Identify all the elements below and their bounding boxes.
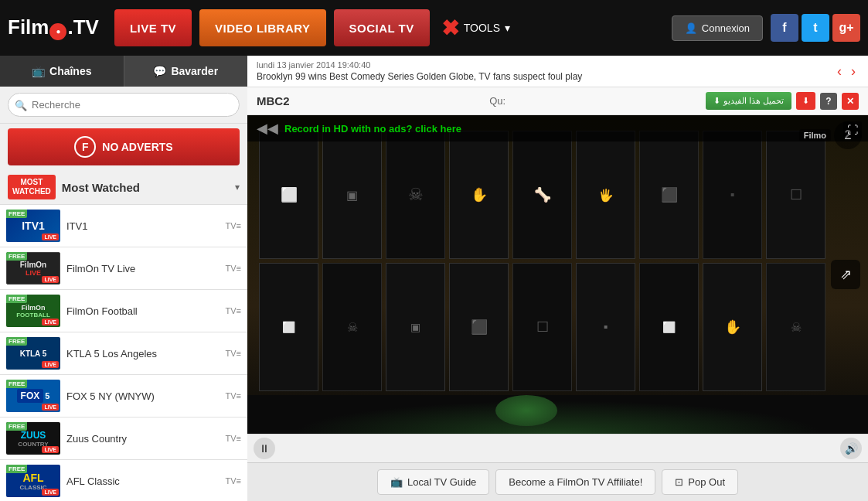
art-frame-15: ▪: [576, 263, 635, 391]
connexion-button[interactable]: 👤 Connexion: [672, 15, 763, 41]
channel-name-afl: AFL Classic: [66, 475, 220, 487]
chat-icon: 💬: [153, 65, 166, 77]
close-player-button[interactable]: ✕: [842, 93, 859, 110]
tv-icon-filmon-live: TV≡: [226, 264, 241, 273]
pause-button[interactable]: ⏸: [254, 438, 275, 459]
news-next-button[interactable]: ›: [848, 63, 859, 80]
channel-logo-wrap-itv1: FREE ITV1 LIVE: [6, 210, 60, 242]
video-ground: [247, 395, 868, 434]
tv-icon-fox5: TV≡: [226, 391, 241, 400]
download-label: تحميل هذا الفيديو: [723, 96, 784, 106]
record-text: Record in HD with no ads? click here: [284, 123, 461, 135]
search-input[interactable]: [8, 93, 240, 117]
download-button[interactable]: ⬇ تحميل هذا الفيديو: [706, 92, 791, 110]
free-badge-itv1: FREE: [6, 210, 27, 218]
video-background: ⬜ ▣ ☠ ✋ 🦴 🖐 ⬛ ▪ ☐ ⬜ ☠ ▣ ⬛: [247, 115, 868, 434]
tab-bavarder[interactable]: 💬 Bavarder: [124, 56, 248, 87]
player-bottom-controls: ⏸ 🔊: [247, 434, 868, 462]
volume-button[interactable]: 🔊: [840, 438, 862, 459]
free-badge-ktla5: FREE: [6, 337, 27, 346]
affiliate-button[interactable]: Become a FilmOn TV Affiliate!: [495, 469, 655, 495]
fullscreen-button[interactable]: ⛶: [843, 121, 862, 138]
nav-live-button[interactable]: LIVE TV: [114, 9, 192, 46]
nav-video-button[interactable]: VIDEO LIBRARY: [199, 9, 325, 46]
most-watched-header: MOSTWATCHED Most Watched ▾: [0, 170, 247, 205]
player-channel-name: MBC2: [257, 94, 290, 107]
player-quality-label: Qu:: [489, 95, 505, 107]
art-frames-grid: ⬜ ▣ ☠ ✋ 🦴 🖐 ⬛ ▪ ☐ ⬜ ☠ ▣ ⬛: [255, 127, 829, 395]
tv-icon-ktla5: TV≡: [226, 349, 241, 358]
download-red-button[interactable]: ⬇: [796, 92, 815, 110]
free-badge-afl: FREE: [6, 465, 27, 473]
tools-icon: ✖: [441, 15, 459, 41]
download-icon: ⬇: [713, 96, 720, 106]
logo-film: Film: [8, 15, 49, 39]
no-adverts-label: NO ADVERTS: [102, 141, 172, 153]
art-frame-12: ▣: [386, 263, 445, 391]
channel-name-zuus: Zuus Country: [66, 433, 220, 445]
twitter-button[interactable]: t: [802, 14, 829, 42]
record-back-button[interactable]: ◀◀: [257, 120, 278, 137]
art-frame-1: ⬜: [259, 131, 318, 259]
google-plus-button[interactable]: g+: [832, 14, 860, 42]
share-button[interactable]: ⇗: [831, 260, 860, 289]
tv-icon: 📺: [32, 65, 45, 77]
channel-name-ktla5: KTLA 5 Los Angeles: [66, 348, 220, 360]
art-frame-9: ☐: [766, 131, 825, 259]
art-frame-2: ▣: [322, 131, 382, 259]
social-icons-group: f t g+: [771, 14, 860, 42]
channel-item-afl[interactable]: FREE AFL CLASSIC LIVE AFL Classic TV≡: [0, 460, 247, 501]
tab-bavarder-label: Bavarder: [171, 65, 218, 77]
news-bar-inner: lundi 13 janvier 2014 19:40:40 Brooklyn …: [257, 60, 582, 82]
video-sphere: [495, 395, 557, 426]
tab-chaines-label: Chaînes: [49, 65, 91, 77]
free-badge-filmon: FREE: [6, 252, 27, 261]
art-frame-6: 🖐: [576, 131, 635, 259]
record-banner: ◀◀ Record in HD with no ads? click here: [247, 115, 868, 141]
logo: Film●.TV: [8, 15, 99, 40]
tools-label: TOOLS: [464, 22, 500, 34]
help-button[interactable]: ?: [820, 93, 837, 110]
free-badge-fox5: FREE: [6, 380, 27, 388]
channel-item-itv1[interactable]: FREE ITV1 LIVE ITV1 TV≡: [0, 205, 247, 247]
tab-chaines[interactable]: 📺 Chaînes: [0, 56, 124, 87]
search-icon: 🔍: [15, 99, 27, 111]
live-badge-filmon: LIVE: [42, 276, 59, 283]
tv-icon-filmon-football: TV≡: [226, 306, 241, 315]
header: Film●.TV LIVE TV VIDEO LIBRARY SOCIAL TV…: [0, 0, 868, 56]
art-frame-16: ⬜: [639, 263, 699, 391]
nav-social-button[interactable]: SOCIAL TV: [334, 9, 430, 46]
news-date: lundi 13 janvier 2014 19:40:40: [257, 60, 582, 70]
news-text: Brooklyn 99 wins Best Comedy Series Gold…: [257, 71, 582, 82]
channel-item-ktla5[interactable]: FREE KTLA 5 LIVE KTLA 5 Los Angeles TV≡: [0, 332, 247, 375]
filmon-badge: F: [74, 136, 96, 158]
art-frame-10: ⬜: [259, 263, 318, 391]
free-badge-football: FREE: [6, 295, 27, 303]
news-nav: ‹ ›: [834, 63, 859, 80]
channel-item-fox5[interactable]: FREE FOX 5 LIVE FOX 5 NY (WNYW) TV≡: [0, 375, 247, 418]
news-prev-button[interactable]: ‹: [834, 63, 845, 80]
facebook-button[interactable]: f: [771, 14, 798, 42]
art-frame-7: ⬛: [639, 131, 699, 259]
dropdown-arrow-icon: ▾: [235, 182, 240, 193]
channel-item-filmon-football[interactable]: FREE FilmOnFOOTBALL LIVE FilmOn Football…: [0, 290, 247, 332]
channel-name-filmon-football: FilmOn Football: [66, 305, 220, 317]
no-adverts-button[interactable]: F NO ADVERTS: [8, 128, 240, 165]
video-player: ⬜ ▣ ☠ ✋ 🦴 🖐 ⬛ ▪ ☐ ⬜ ☠ ▣ ⬛: [247, 115, 868, 434]
channel-item-zuus[interactable]: FREE ZUUS COUNTRY LIVE Zuus Country TV≡: [0, 418, 247, 460]
pop-out-button[interactable]: ⊡ Pop Out: [662, 469, 738, 495]
tools-button[interactable]: ✖ TOOLS ▾: [441, 15, 510, 41]
video-scene: ⬜ ▣ ☠ ✋ 🦴 🖐 ⬛ ▪ ☐ ⬜ ☠ ▣ ⬛: [247, 115, 868, 434]
art-frame-18: ☠: [766, 263, 825, 391]
live-badge-itv1: LIVE: [42, 233, 59, 240]
local-tv-guide-button[interactable]: 📺 Local TV Guide: [377, 469, 489, 495]
local-tv-label: Local TV Guide: [407, 476, 476, 488]
search-wrap: 🔍: [8, 93, 240, 117]
channel-logo-wrap-fox5: FREE FOX 5 LIVE: [6, 380, 60, 412]
art-frame-11: ☠: [322, 263, 382, 391]
tv-guide-icon: 📺: [390, 476, 403, 488]
tv-icon-afl: TV≡: [226, 476, 241, 486]
live-badge-zuus: LIVE: [42, 446, 59, 453]
channel-item-filmon-live[interactable]: FREE FilmOnLIVE LIVE FilmOn TV Live TV≡: [0, 247, 247, 290]
channel-logo-wrap-filmon: FREE FilmOnLIVE LIVE: [6, 252, 60, 285]
